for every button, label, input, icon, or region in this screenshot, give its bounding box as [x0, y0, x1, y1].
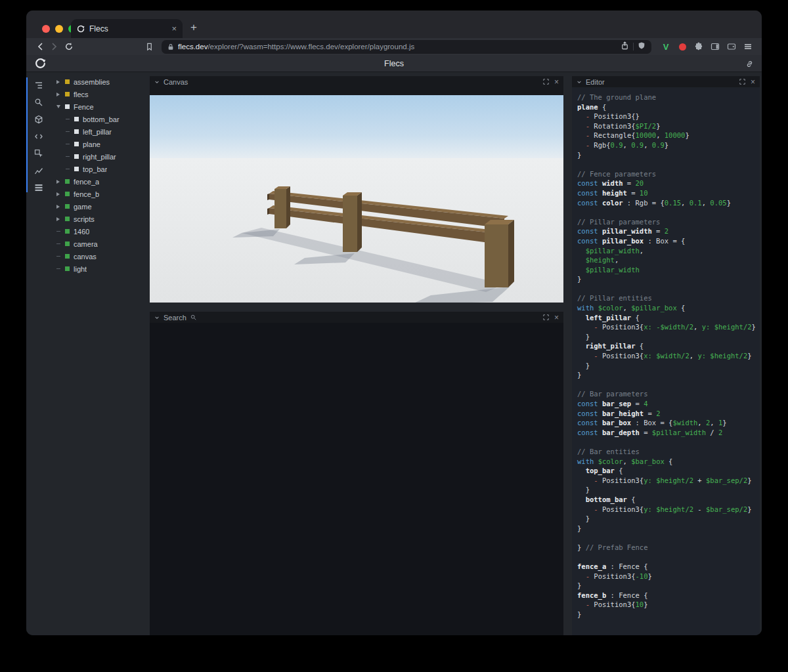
code-line: plane {	[577, 102, 760, 112]
tree-item-label: Fence	[74, 103, 94, 111]
close-panel-icon[interactable]: ×	[751, 78, 755, 86]
share-icon[interactable]	[621, 41, 629, 52]
code-line	[577, 380, 760, 390]
tree-item-left_pillar[interactable]: left_pillar	[51, 125, 146, 138]
tree-item-label: canvas	[74, 253, 97, 261]
caret-right-icon[interactable]	[55, 91, 61, 97]
tree-item-1460[interactable]: 1460	[51, 225, 146, 238]
side-panel-icon[interactable]	[708, 39, 722, 54]
caret-right-icon[interactable]	[55, 216, 61, 222]
url-bar[interactable]: flecs.dev/explorer/?wasm=https://www.fle…	[162, 40, 651, 54]
code-line: - Position3{}	[577, 112, 760, 121]
queries-icon[interactable]	[32, 113, 45, 126]
code-line: - Position3{y: $height/2 - $bar_sep/2}	[577, 505, 760, 514]
share-link-icon[interactable]	[745, 59, 754, 71]
tree-item-label: plane	[83, 140, 100, 148]
chevron-down-icon[interactable]	[154, 79, 160, 85]
back-button[interactable]	[33, 39, 47, 54]
new-tab-button[interactable]: +	[190, 22, 197, 33]
canvas-3d-viewport[interactable]	[150, 95, 563, 303]
expand-icon[interactable]	[543, 79, 549, 85]
code-line: const width = 20	[577, 178, 760, 188]
code-line: - Rgb{0.9, 0.9, 0.9}	[577, 140, 760, 150]
code-line: const bar_depth = $pillar_width / 2	[577, 428, 760, 438]
expand-icon[interactable]	[739, 79, 745, 85]
inspect-icon[interactable]	[32, 147, 45, 160]
stats-icon[interactable]	[32, 164, 45, 177]
editor-panel-header: Editor ×	[572, 76, 760, 87]
tree-item-label: flecs	[74, 91, 89, 98]
code-line: left_pillar {	[577, 313, 760, 323]
code-line: - Position3{x: -$width/2, y: $height/2}	[577, 322, 760, 332]
chevron-down-icon[interactable]	[154, 315, 160, 320]
close-panel-icon[interactable]: ×	[554, 314, 559, 322]
forward-button[interactable]	[47, 39, 62, 54]
search-panel-header: Search ×	[150, 312, 563, 323]
tree-item-fence_b[interactable]: fence_b	[51, 188, 146, 200]
caret-right-icon[interactable]	[55, 79, 61, 85]
close-window-button[interactable]	[42, 25, 50, 33]
center-column: Canvas ×	[150, 72, 563, 635]
code-line: fence_b : Fence {	[577, 591, 760, 600]
entity-square-icon	[65, 104, 70, 109]
bookmark-icon[interactable]	[142, 39, 156, 54]
record-extension-icon[interactable]	[675, 39, 690, 54]
app-title: Flecs	[26, 59, 762, 68]
code-line: }	[577, 485, 760, 495]
chevron-down-icon[interactable]	[577, 79, 582, 85]
tab-close-icon[interactable]: ×	[171, 24, 177, 33]
search-icon[interactable]	[32, 96, 45, 109]
code-line: const height = 10	[577, 188, 760, 198]
editor-code[interactable]: // The ground planeplane { - Position3{}…	[572, 87, 760, 620]
url-host: flecs.dev	[178, 43, 208, 51]
tree-item-fence_a[interactable]: fence_a	[51, 175, 146, 188]
wallet-icon[interactable]	[724, 39, 739, 54]
v-extension-icon[interactable]: V	[659, 39, 673, 54]
tree-item-game[interactable]: game	[51, 200, 146, 213]
code-line: - Rotation3{$PI/2}	[577, 121, 760, 131]
tree-item-Fence[interactable]: Fence	[51, 100, 146, 113]
code-line: - Position3{y: $height/2 + $bar_sep/2}	[577, 476, 760, 486]
minimize-window-button[interactable]	[55, 25, 63, 33]
reload-button[interactable]	[62, 39, 76, 54]
leaf-dash-icon	[55, 253, 61, 259]
tree-item-label: 1460	[74, 228, 89, 236]
caret-right-icon[interactable]	[55, 178, 61, 184]
data-icon[interactable]	[32, 181, 45, 194]
entity-square-icon	[74, 117, 79, 121]
browser-tab[interactable]: Flecs ×	[71, 19, 183, 38]
tree-item-camera[interactable]: camera	[51, 238, 146, 250]
tree-item-flecs[interactable]: flecs	[51, 88, 146, 100]
menu-icon[interactable]	[741, 39, 755, 54]
tree-item-scripts[interactable]: scripts	[51, 213, 146, 225]
extensions-puzzle-icon[interactable]	[691, 39, 706, 54]
code-line	[577, 207, 760, 217]
brave-shield-icon[interactable]	[638, 41, 646, 52]
entity-tree-icon[interactable]	[32, 79, 45, 92]
caret-right-icon[interactable]	[55, 191, 61, 197]
code-line: const color : Rgb = {0.15, 0.1, 0.05}	[577, 198, 760, 208]
tree-item-bottom_bar[interactable]: bottom_bar	[51, 113, 146, 125]
code-line	[577, 159, 760, 169]
tree-item-canvas[interactable]: canvas	[51, 250, 146, 262]
code-icon[interactable]	[32, 130, 45, 143]
entity-square-icon	[74, 142, 79, 146]
code-line: const pillar_width = 2	[577, 226, 760, 236]
tree-item-light[interactable]: light	[51, 262, 146, 275]
tree-item-assemblies[interactable]: assemblies	[51, 75, 146, 88]
close-panel-icon[interactable]: ×	[554, 78, 559, 86]
tree-item-right_pillar[interactable]: right_pillar	[51, 150, 146, 163]
caret-down-icon[interactable]	[55, 104, 61, 110]
code-line: - Rectangle{10000, 10000}	[577, 131, 760, 140]
tree-item-plane[interactable]: plane	[51, 138, 146, 150]
expand-icon[interactable]	[543, 314, 549, 320]
code-line: }	[577, 370, 760, 380]
entity-square-icon	[65, 217, 70, 221]
caret-right-icon[interactable]	[55, 203, 61, 209]
entity-square-icon	[65, 242, 70, 246]
entity-square-icon	[65, 229, 70, 234]
code-line	[577, 553, 760, 562]
tree-item-top_bar[interactable]: top_bar	[51, 163, 146, 175]
entity-square-icon	[65, 204, 70, 209]
code-line: // Pillar parameters	[577, 217, 760, 227]
